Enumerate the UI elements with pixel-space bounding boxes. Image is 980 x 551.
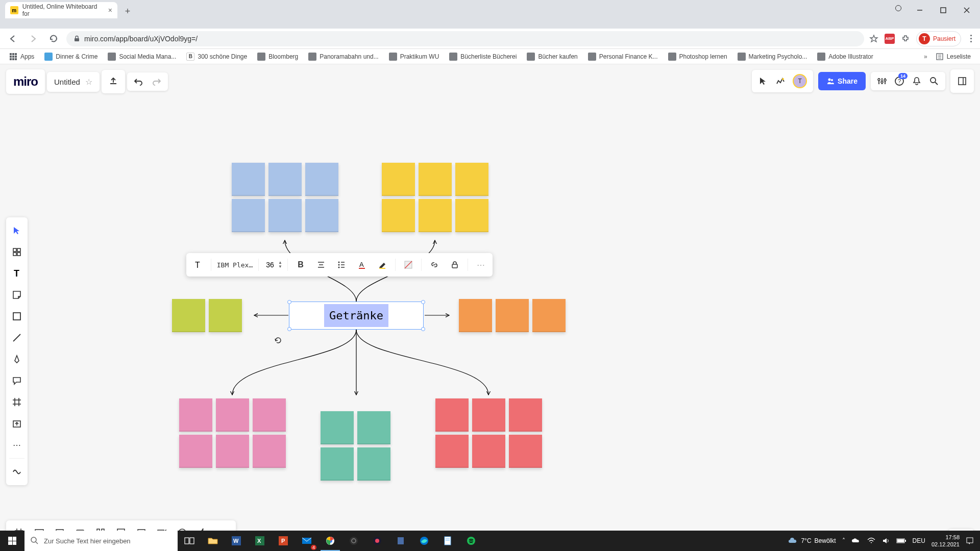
font-family-select[interactable]: IBM Plex… <box>214 255 255 274</box>
bookmark-item[interactable]: Marketing Psycholo... <box>733 51 812 63</box>
comment-tool[interactable] <box>6 370 28 391</box>
back-button[interactable] <box>5 31 20 46</box>
task-view-icon[interactable] <box>178 531 201 551</box>
sticky-note[interactable] <box>172 299 205 332</box>
spotify-icon[interactable] <box>459 531 483 551</box>
explorer-icon[interactable] <box>201 531 225 551</box>
undo-button[interactable] <box>133 78 143 86</box>
bold-button[interactable]: B <box>291 255 310 274</box>
redo-button[interactable] <box>152 78 162 86</box>
bookmark-item[interactable]: Praktikum WU <box>385 51 444 63</box>
reading-list-button[interactable]: Leseliste <box>932 51 975 63</box>
list-button[interactable] <box>332 255 351 274</box>
language-indicator[interactable]: DEU <box>913 537 925 544</box>
user-avatar[interactable]: T <box>793 74 807 88</box>
sticky-note[interactable] <box>253 398 286 432</box>
sticky-note[interactable] <box>419 163 452 196</box>
text-type-button[interactable]: T <box>188 255 208 274</box>
bookmark-apps[interactable]: Apps <box>5 51 38 63</box>
sticky-note[interactable] <box>232 199 265 232</box>
resize-handle[interactable] <box>421 327 425 331</box>
sticky-note[interactable] <box>209 299 242 332</box>
sticky-note[interactable] <box>268 199 302 232</box>
wifi-icon[interactable] <box>867 537 876 544</box>
cursor-mode-icon[interactable] <box>758 76 768 86</box>
sticky-note[interactable] <box>532 299 566 332</box>
font-size-stepper[interactable]: 36 ▲▼ <box>262 261 284 269</box>
select-tool[interactable] <box>6 220 28 241</box>
text-box-selected[interactable]: Getränke <box>289 302 424 330</box>
sticky-note[interactable] <box>435 398 469 432</box>
clock[interactable]: 17:58 02.12.2021 <box>932 534 960 548</box>
sticky-note[interactable] <box>179 435 212 468</box>
powerpoint-icon[interactable]: P <box>272 531 295 551</box>
rotate-handle[interactable] <box>274 336 282 344</box>
favorite-star-icon[interactable]: ☆ <box>85 77 92 87</box>
app-icon[interactable] <box>365 531 389 551</box>
highlight-button[interactable] <box>373 255 392 274</box>
sticky-note[interactable] <box>216 435 249 468</box>
sticky-note[interactable] <box>321 447 354 481</box>
app-icon[interactable] <box>389 531 412 551</box>
ai-tool[interactable] <box>6 462 28 482</box>
tray-chevron-icon[interactable]: ˄ <box>842 537 845 544</box>
text-content[interactable]: Getränke <box>324 304 388 327</box>
bookmark-item[interactable]: Panoramabahn und... <box>304 51 382 63</box>
bell-icon[interactable] <box>912 76 922 86</box>
sticky-note[interactable] <box>459 299 492 332</box>
bookmark-item[interactable]: Bücherliste Bücherei <box>445 51 521 63</box>
volume-icon[interactable] <box>882 537 890 544</box>
close-window-button[interactable] <box>955 2 978 18</box>
pen-tool[interactable] <box>6 349 28 369</box>
align-button[interactable] <box>311 255 331 274</box>
minimize-button[interactable] <box>909 2 931 18</box>
more-tools[interactable]: ⋯ <box>6 435 28 455</box>
bookmarks-overflow[interactable]: » <box>924 53 927 60</box>
bookmark-item[interactable]: Bloomberg <box>253 51 302 63</box>
account-indicator[interactable] <box>895 5 901 11</box>
sticky-note[interactable] <box>179 398 212 432</box>
sticky-note[interactable] <box>357 447 390 481</box>
templates-tool[interactable] <box>6 242 28 262</box>
text-color-button[interactable]: A <box>352 255 372 274</box>
weather-widget[interactable]: 7°C Bewölkt <box>788 537 836 545</box>
bookmark-item[interactable]: Adobe Illustrator <box>813 51 877 63</box>
extensions-icon[interactable] <box>901 34 910 43</box>
lock-button[interactable] <box>445 255 464 274</box>
bookmark-item[interactable]: Personal Finance K... <box>584 51 662 63</box>
sticky-note[interactable] <box>253 435 286 468</box>
link-button[interactable] <box>425 255 444 274</box>
line-tool[interactable] <box>6 328 28 348</box>
forward-button[interactable] <box>26 31 41 46</box>
settings-icon[interactable] <box>877 76 887 86</box>
board-title-card[interactable]: Untitled ☆ <box>47 72 100 92</box>
reactions-icon[interactable] <box>775 76 786 86</box>
sticky-note[interactable] <box>509 435 542 468</box>
shape-tool[interactable] <box>6 306 28 327</box>
fill-button[interactable] <box>399 255 418 274</box>
more-button[interactable]: ⋯ <box>471 255 491 274</box>
notepad-icon[interactable] <box>436 531 459 551</box>
excel-icon[interactable]: X <box>248 531 272 551</box>
sticky-note[interactable] <box>435 435 469 468</box>
notifications-icon[interactable] <box>966 537 974 545</box>
new-tab-button[interactable]: + <box>120 4 135 18</box>
bookmark-item[interactable]: B300 schöne Dinge <box>182 51 251 63</box>
sticky-note[interactable] <box>216 398 249 432</box>
panel-toggle-button[interactable] <box>950 69 974 93</box>
sticky-note[interactable] <box>305 163 338 196</box>
profile-button[interactable]: T Pausiert <box>916 31 961 46</box>
sticky-note[interactable] <box>496 299 529 332</box>
sticky-note[interactable] <box>232 163 265 196</box>
sticky-note[interactable] <box>305 199 338 232</box>
resize-handle[interactable] <box>287 300 291 304</box>
close-tab-icon[interactable]: × <box>108 6 112 14</box>
edge-icon[interactable] <box>412 531 436 551</box>
browser-tab[interactable]: m Untitled, Online Whiteboard for × <box>5 2 117 18</box>
chrome-icon[interactable] <box>318 531 342 551</box>
resize-handle[interactable] <box>421 300 425 304</box>
search-icon[interactable] <box>929 76 939 86</box>
sticky-note[interactable] <box>382 199 415 232</box>
sticky-note[interactable] <box>268 163 302 196</box>
bookmark-item[interactable]: Bücher kaufen <box>523 51 581 63</box>
